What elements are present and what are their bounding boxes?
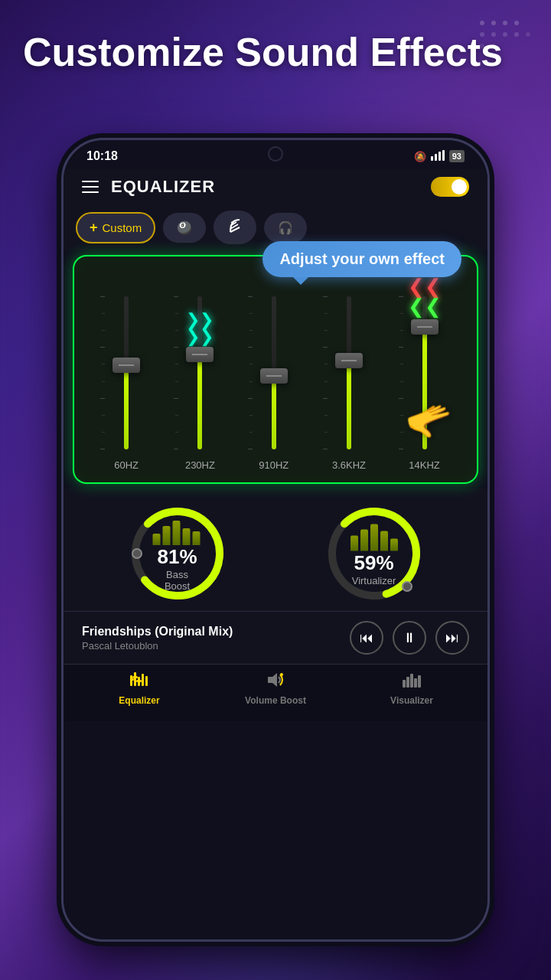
ruler-14khz bbox=[399, 296, 403, 449]
slider-track-60hz bbox=[124, 296, 129, 449]
ruler-910hz bbox=[248, 296, 253, 449]
slider-track-3k6hz bbox=[347, 296, 351, 449]
virtualizer-center: 59% Virtualizer bbox=[350, 521, 398, 586]
svg-rect-33 bbox=[406, 677, 409, 688]
tooltip-text: Adjust your own effect bbox=[279, 250, 445, 267]
bar-4 bbox=[182, 528, 190, 545]
virtualizer-label: Virtualizer bbox=[350, 575, 398, 586]
bass-boost-bars bbox=[152, 518, 202, 545]
tab-custom-label: Custom bbox=[103, 221, 142, 234]
svg-rect-28 bbox=[132, 676, 138, 678]
battery-level: 93 bbox=[452, 152, 461, 161]
svg-rect-26 bbox=[145, 676, 148, 686]
eq-label-60hz: 60HZ bbox=[114, 459, 139, 471]
slider-track-container-910hz[interactable] bbox=[259, 296, 289, 449]
slider-fill-230hz bbox=[197, 354, 202, 449]
bass-boost-knob[interactable]: 81% Bass Boost bbox=[128, 504, 227, 603]
eq-band-910hz: 910HZ bbox=[259, 296, 289, 471]
ruler-60hz bbox=[100, 296, 105, 449]
bass-boost-label: Bass Boost bbox=[152, 569, 202, 592]
status-time: 10:18 bbox=[86, 149, 118, 163]
tab-headphone[interactable]: 🎧 bbox=[264, 213, 307, 243]
eq-band-60hz: 60HZ bbox=[111, 296, 142, 471]
nav-equalizer-label: Equalizer bbox=[119, 695, 159, 706]
svg-rect-25 bbox=[142, 674, 144, 686]
slider-fill-60hz bbox=[124, 365, 129, 449]
menu-button[interactable] bbox=[82, 181, 99, 193]
arrow-down-230hz: ❯❯❯❯ bbox=[186, 312, 214, 345]
phone-screen: 10:18 🔕 93 bbox=[64, 140, 487, 939]
volume-boost-icon bbox=[266, 672, 285, 692]
vbar-5 bbox=[390, 539, 398, 551]
headphone-icon: 🎧 bbox=[278, 220, 293, 235]
slider-handle-60hz[interactable] bbox=[112, 358, 140, 373]
camera-notch bbox=[268, 146, 283, 162]
eq-label-230hz: 230HZ bbox=[185, 459, 215, 471]
prev-icon: ⏮ bbox=[360, 630, 373, 646]
tooltip-bubble: Adjust your own effect bbox=[262, 241, 461, 277]
arrow-up-14khz: ❮❮ ❮❮ bbox=[408, 276, 442, 316]
nav-volume-boost-label: Volume Boost bbox=[245, 695, 306, 706]
vbar-4 bbox=[380, 531, 388, 551]
eq-label-910hz: 910HZ bbox=[259, 459, 289, 471]
nav-volume-boost[interactable]: Volume Boost bbox=[207, 672, 344, 706]
pause-button[interactable]: ⏸ bbox=[393, 621, 426, 655]
prev-button[interactable]: ⏮ bbox=[350, 621, 383, 655]
slider-track-container-3k6hz[interactable] bbox=[334, 296, 364, 449]
status-icons: 🔕 93 bbox=[414, 150, 465, 163]
bar-5 bbox=[192, 531, 200, 545]
app-title: EQUALIZER bbox=[111, 177, 215, 197]
slider-handle-230hz[interactable] bbox=[186, 347, 214, 362]
svg-point-0 bbox=[480, 21, 484, 25]
slider-handle-3k6hz[interactable] bbox=[335, 353, 363, 368]
svg-rect-13 bbox=[439, 152, 441, 161]
bass-boost-center: 81% Bass Boost bbox=[152, 515, 202, 592]
virtualizer-ring: 59% Virtualizer bbox=[324, 504, 424, 603]
tab-harp[interactable] bbox=[214, 211, 256, 244]
svg-rect-32 bbox=[403, 680, 406, 688]
svg-rect-35 bbox=[414, 678, 417, 688]
toggle-knob bbox=[452, 179, 467, 194]
signal-icon bbox=[431, 150, 445, 163]
tab-bass[interactable]: 🎱 bbox=[163, 213, 206, 243]
ruler-230hz bbox=[174, 296, 178, 449]
slider-track-container-60hz[interactable] bbox=[111, 296, 142, 449]
vbar-1 bbox=[350, 536, 358, 551]
slider-fill-3k6hz bbox=[347, 361, 351, 449]
slider-track-910hz bbox=[272, 296, 276, 449]
bar-3 bbox=[172, 521, 180, 545]
slider-track-container-230hz[interactable]: ❯❯❯❯ bbox=[184, 296, 215, 449]
ruler-3k6hz bbox=[323, 296, 328, 449]
svg-rect-34 bbox=[410, 674, 413, 688]
virtualizer-knob[interactable]: 59% Virtualizer bbox=[324, 504, 424, 603]
svg-point-1 bbox=[491, 21, 496, 25]
slider-handle-14khz[interactable] bbox=[411, 319, 439, 335]
power-toggle[interactable] bbox=[431, 177, 469, 197]
eq-label-3k6hz: 3.6KHZ bbox=[332, 459, 366, 471]
visualizer-icon bbox=[403, 672, 421, 692]
song-info: Friendships (Original Mix) Pascal Letoub… bbox=[82, 625, 350, 652]
virtualizer-bars bbox=[350, 524, 398, 551]
next-button[interactable]: ⏭ bbox=[435, 621, 469, 655]
svg-point-31 bbox=[280, 673, 283, 676]
hamburger-line-3 bbox=[82, 191, 99, 193]
bass-icon: 🎱 bbox=[177, 220, 192, 235]
virtualizer-dot bbox=[402, 581, 412, 592]
svg-rect-29 bbox=[136, 680, 142, 682]
hamburger-line-2 bbox=[82, 186, 99, 188]
virtualizer-value: 59% bbox=[350, 551, 398, 575]
bass-boost-value: 81% bbox=[152, 545, 202, 569]
eq-label-14khz: 14KHZ bbox=[409, 459, 439, 471]
eq-band-230hz: ❯❯❯❯ 230HZ bbox=[184, 296, 215, 471]
header-left: EQUALIZER bbox=[82, 177, 215, 197]
tab-custom[interactable]: + Custom bbox=[76, 212, 155, 243]
bar-1 bbox=[152, 534, 160, 545]
slider-handle-910hz[interactable] bbox=[260, 368, 288, 384]
wifi-icon: 🔕 bbox=[414, 151, 426, 162]
harp-icon bbox=[227, 218, 243, 237]
nav-equalizer[interactable]: Equalizer bbox=[71, 672, 207, 706]
eq-band-3k6hz: 3.6KHZ bbox=[332, 296, 366, 471]
now-playing: Friendships (Original Mix) Pascal Letoub… bbox=[64, 611, 487, 664]
nav-visualizer[interactable]: Visualizer bbox=[344, 672, 480, 706]
app-header: EQUALIZER bbox=[64, 169, 487, 204]
